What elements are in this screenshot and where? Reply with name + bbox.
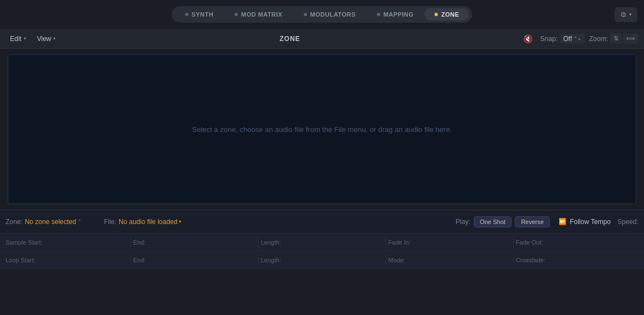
zoom-fit-button[interactable]: ⇅	[610, 33, 622, 44]
tab-mod-matrix-label: MOD MATRIX	[241, 11, 282, 18]
tab-zone-label: ZONE	[441, 11, 459, 18]
follow-section: ⏩ Follow Tempo Speed:	[559, 218, 638, 226]
divider-1	[130, 237, 131, 248]
divider-7	[386, 255, 386, 266]
crossfade-label: Crossfade:	[516, 257, 545, 263]
end-cell-1: End:	[133, 239, 255, 246]
divider-3	[386, 237, 386, 248]
file-label: File:	[104, 218, 116, 226]
bottom-controls: Zone: No zone selected ⌃ File: No audio …	[0, 210, 644, 269]
divider-8	[513, 255, 514, 266]
reverse-label: Reverse	[521, 219, 544, 225]
speaker-button[interactable]: 🔇	[520, 33, 536, 44]
mode-label: Mode:	[389, 257, 406, 263]
sample-start-label: Sample Start:	[6, 239, 43, 246]
play-label: Play:	[456, 218, 471, 226]
gear-chevron-icon: ▾	[629, 12, 632, 17]
length-label-2: Length:	[260, 257, 281, 263]
file-selector[interactable]: No audio file loaded ▾	[119, 218, 181, 226]
tab-modulators[interactable]: MODULATORS	[294, 8, 366, 21]
play-section: Play: One Shot Reverse ⏩ Follow Tempo Sp…	[456, 216, 638, 227]
zoom-full-button[interactable]: ⟺	[623, 33, 638, 44]
file-value-text: No audio file loaded	[119, 218, 177, 226]
synth-dot	[185, 13, 188, 16]
view-label: View	[37, 35, 52, 43]
zone-title: ZONE	[280, 35, 300, 43]
zone-label: Zone:	[6, 218, 23, 226]
view-dropdown[interactable]: View ▾	[33, 33, 60, 44]
divider-6	[258, 255, 258, 266]
divider-2	[258, 237, 258, 248]
length-label-1: Length:	[260, 239, 281, 246]
zone-selector[interactable]: No zone selected ⌃	[25, 218, 82, 226]
param-rows: Sample Start: End: Length: Fade In: Fade…	[0, 233, 644, 269]
tab-synth-label: SYNTH	[192, 11, 213, 18]
snap-group: Snap: Off ⌃⌄	[540, 34, 585, 44]
zone-value-text: No zone selected	[25, 218, 76, 226]
waveform-container: Select a zone, choose an audio file from…	[0, 49, 644, 210]
tab-synth[interactable]: SYNTH	[175, 8, 223, 21]
end-cell-2: End:	[133, 257, 255, 263]
length-cell-1: Length:	[260, 239, 383, 246]
toolbar-left: Edit ▾ View ▾	[6, 33, 60, 44]
follow-icon: ⏩	[559, 218, 566, 225]
zoom-label: Zoom:	[589, 35, 608, 43]
mode-cell: Mode:	[389, 257, 511, 263]
reverse-button[interactable]: Reverse	[515, 216, 550, 227]
length-cell-2: Length:	[260, 257, 383, 263]
sample-start-cell: Sample Start:	[6, 239, 128, 246]
crossfade-cell: Crossfade:	[516, 257, 638, 263]
loop-start-cell: Loop Start:	[6, 257, 128, 263]
tab-mod-matrix[interactable]: MOD MATRIX	[224, 8, 292, 21]
mod-matrix-dot	[234, 13, 238, 16]
gear-button[interactable]: ⚙ ▾	[615, 7, 637, 22]
tab-zone[interactable]: ZONE	[425, 8, 469, 21]
loop-start-label: Loop Start:	[6, 257, 35, 263]
view-chevron-icon: ▾	[53, 36, 55, 41]
snap-chevron-icon: ⌃⌄	[574, 36, 581, 41]
snap-label: Snap:	[540, 35, 558, 43]
zone-dot	[435, 13, 438, 16]
fade-out-label: Fade Out:	[516, 239, 543, 246]
zone-file-row: Zone: No zone selected ⌃ File: No audio …	[0, 210, 644, 233]
waveform-empty-message: Select a zone, choose an audio file from…	[192, 125, 452, 134]
loop-params-row: Loop Start: End: Length: Mode: Crossfade…	[0, 251, 644, 269]
tab-mapping-label: MAPPING	[384, 11, 413, 18]
end-label-2: End:	[133, 257, 146, 263]
divider-5	[130, 255, 131, 266]
toolbar-title: ZONE	[60, 35, 519, 43]
modulators-dot	[304, 13, 307, 16]
waveform-area[interactable]: Select a zone, choose an audio file from…	[8, 54, 636, 204]
fade-in-label: Fade In:	[389, 239, 411, 246]
follow-tempo-label: Follow Tempo	[570, 218, 611, 226]
one-shot-label: One Shot	[480, 219, 505, 225]
snap-select[interactable]: Off ⌃⌄	[560, 34, 585, 44]
top-nav: SYNTH MOD MATRIX MODULATORS MAPPING ZONE…	[0, 0, 644, 29]
tab-mapping[interactable]: MAPPING	[367, 8, 423, 21]
snap-value: Off	[563, 35, 572, 43]
zoom-buttons: ⇅ ⟺	[610, 33, 638, 44]
toolbar: Edit ▾ View ▾ ZONE 🔇 Snap: Off ⌃⌄ Zoom: …	[0, 29, 644, 49]
tab-modulators-label: MODULATORS	[310, 11, 356, 18]
edit-chevron-icon: ▾	[24, 36, 26, 41]
nav-tabs: SYNTH MOD MATRIX MODULATORS MAPPING ZONE	[172, 6, 473, 23]
sample-params-row: Sample Start: End: Length: Fade In: Fade…	[0, 233, 644, 251]
gear-icon: ⚙	[620, 11, 627, 19]
one-shot-button[interactable]: One Shot	[474, 216, 512, 227]
edit-dropdown[interactable]: Edit ▾	[6, 33, 30, 44]
toolbar-right: 🔇 Snap: Off ⌃⌄ Zoom: ⇅ ⟺	[520, 33, 638, 44]
edit-label: Edit	[10, 35, 22, 43]
fade-in-cell: Fade In:	[389, 239, 511, 246]
speed-label: Speed:	[617, 218, 638, 226]
zone-chevron-icon: ⌃	[78, 219, 81, 224]
zoom-group: Zoom: ⇅ ⟺	[589, 33, 638, 44]
file-chevron-icon: ▾	[179, 219, 181, 224]
file-section: File: No audio file loaded ▾	[104, 218, 181, 226]
divider-4	[513, 237, 514, 248]
fade-out-cell: Fade Out:	[516, 239, 638, 246]
mapping-dot	[377, 13, 380, 16]
end-label-1: End:	[133, 239, 146, 246]
